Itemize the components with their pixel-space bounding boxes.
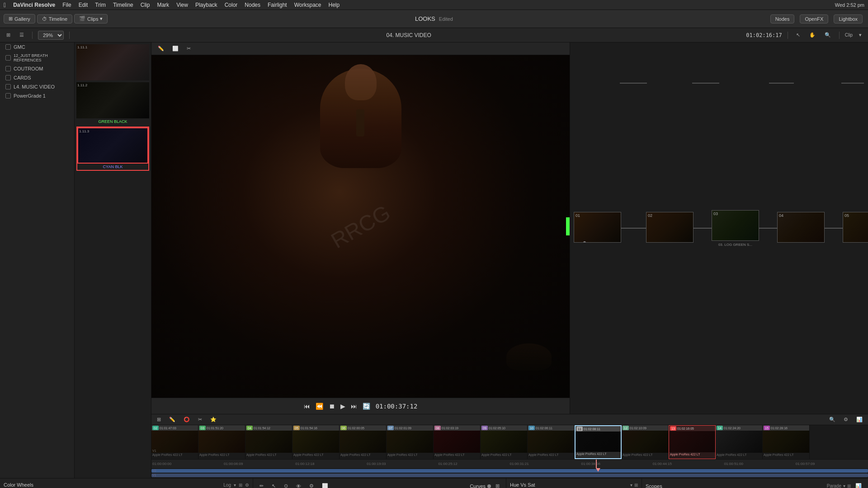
node-01[interactable]: 01: [574, 212, 621, 244]
node-04[interactable]: 04: [777, 212, 825, 244]
menu-nodes[interactable]: Nodes: [245, 2, 260, 8]
loop-btn[interactable]: 🔄: [363, 403, 370, 410]
toolbar-grid-btn[interactable]: ⊞: [4, 31, 13, 39]
tl-tool-2[interactable]: ✏️: [166, 416, 178, 423]
preview-rect-btn[interactable]: ⬜: [170, 45, 181, 52]
sidebar-item-coutroom[interactable]: COUTROOM: [0, 64, 74, 73]
timeline-clip-14[interactable]: 14 01:02:24:20 Apple ProRes 422 LT: [716, 425, 763, 459]
timeline-btn[interactable]: ⏱ Timeline: [37, 14, 72, 23]
timeline-clip-09[interactable]: 09 01:02:05:10 Apple ProRes 422 LT: [481, 425, 528, 459]
timeline-clip-04[interactable]: 04 01:01:54:12 Apple ProRes 422 LT: [245, 425, 292, 459]
nodes-btn[interactable]: Nodes: [770, 14, 795, 23]
timeline-clip-08[interactable]: 08 01:02:03:19 Apple ProRes 422 LT: [434, 425, 481, 459]
goto-end-btn[interactable]: ⏭: [351, 403, 357, 410]
tl-zoom-out[interactable]: 🔍: [826, 416, 838, 423]
hue-sat-dropdown-btn[interactable]: ▾: [630, 483, 632, 488]
log-mode-btn[interactable]: Log: [223, 483, 231, 488]
media-thumb-2[interactable]: 1.11.2 GREEN BLACK: [76, 82, 149, 125]
parade-mode-btn[interactable]: Parade: [827, 483, 841, 488]
node-01-out-connector[interactable]: [583, 241, 586, 243]
sidebar-checkbox-gmc[interactable]: [5, 44, 11, 50]
sidebar-item-music-video[interactable]: L4. MUSIC VIDEO: [0, 82, 74, 91]
menu-mark[interactable]: Mark: [157, 2, 169, 8]
timeline-clip-03[interactable]: 03 01:01:51:20 Apple ProRes 422 LT: [198, 425, 245, 459]
tl-tool-1[interactable]: ⊞: [154, 416, 164, 423]
menu-timeline[interactable]: Timeline: [113, 2, 133, 8]
menu-file[interactable]: File: [62, 2, 71, 8]
clip-15-timecode: 01:02:28:16: [771, 427, 788, 430]
timeline-clip-06[interactable]: 06 01:02:00:05 Apple ProRes 422 LT: [340, 425, 387, 459]
timeline-clip-11[interactable]: 11 01:02:08:11 Apple ProRes 422 LT: [575, 425, 622, 459]
timeline-clip-10[interactable]: 10 01:02:06:11 Apple ProRes 422 LT: [528, 425, 575, 459]
node-03[interactable]: 03 03. LOG GREEN S...: [712, 210, 759, 247]
media-thumb-3[interactable]: 1.11.3 CYAN BLK: [76, 127, 149, 171]
sidebar-item-gmc[interactable]: GMC: [0, 42, 74, 52]
menu-playback[interactable]: Playback: [195, 2, 217, 8]
timeline-clip-13[interactable]: 13 01:02:16:05 Apple ProRes 422 LT: [669, 425, 716, 459]
menu-fairlight[interactable]: Fairlight: [268, 2, 287, 8]
curve-circle-btn[interactable]: ⊙: [281, 482, 291, 488]
node-05[interactable]: 05: [843, 212, 868, 244]
tl-tool-4[interactable]: ✂: [195, 416, 205, 423]
menu-edit[interactable]: Edit: [79, 2, 88, 8]
curve-eye-btn[interactable]: 👁: [293, 483, 304, 488]
toolbar-hand-btn[interactable]: ✋: [807, 31, 818, 39]
scopes-dropdown[interactable]: ▾: [843, 483, 845, 488]
sidebar-checkbox-references[interactable]: [5, 55, 11, 61]
timeline-clip-15[interactable]: 15 01:02:28:16 Apple ProRes 422 LT: [763, 425, 810, 459]
scopes-settings[interactable]: 📊: [853, 482, 864, 488]
hue-sat-expand[interactable]: ⊞: [634, 483, 638, 488]
stop-btn[interactable]: ⏹: [329, 403, 335, 410]
tl-settings[interactable]: ⚙: [841, 416, 851, 423]
toolbar-more-btn[interactable]: ▾: [856, 31, 864, 39]
apple-menu[interactable]: : [4, 1, 6, 9]
preview-edit-btn[interactable]: ✏️: [155, 45, 167, 52]
lightbox-btn[interactable]: Lightbox: [834, 14, 863, 23]
tl-tool-3[interactable]: ⭕: [181, 416, 193, 423]
sidebar-checkbox-cards[interactable]: [5, 75, 11, 80]
media-thumb-1[interactable]: 1.11.1: [76, 44, 149, 80]
clips-btn[interactable]: 🎬 Clips ▾: [74, 14, 108, 23]
log-dropdown[interactable]: ▾: [234, 483, 236, 488]
curves-expand[interactable]: ⊞: [493, 482, 502, 488]
curve-pointer-btn[interactable]: ↖: [269, 482, 278, 488]
timeline-clip-12[interactable]: 12 01:02:10:09 Apple ProRes 422 LT: [622, 425, 669, 459]
sidebar-item-cards[interactable]: CARDS: [0, 73, 74, 82]
tl-tool-5[interactable]: ⭐: [208, 416, 219, 423]
sidebar-checkbox-coutroom[interactable]: [5, 66, 11, 71]
prev-frame-btn[interactable]: ⏪: [316, 403, 323, 410]
timeline-clip-02[interactable]: 02 01:01:47:03 V1 Apple ProRes 422 LT: [151, 425, 198, 459]
sidebar-checkbox-powergrade[interactable]: [5, 93, 11, 99]
toolbar-select-btn[interactable]: ↖: [793, 31, 803, 39]
curve-reset-btn[interactable]: ⬜: [319, 482, 331, 488]
gallery-btn[interactable]: ⊞ Gallery: [4, 14, 35, 23]
timeline-track[interactable]: V2 V1: [151, 468, 868, 478]
sidebar-checkbox-music-video[interactable]: [5, 84, 11, 89]
goto-start-btn[interactable]: ⏮: [304, 403, 310, 410]
zoom-select[interactable]: 29%: [38, 31, 64, 40]
openfx-btn[interactable]: OpenFX: [800, 14, 828, 23]
timeline-clip-05[interactable]: 05 01:01:54:16 Apple ProRes 422 LT: [292, 425, 340, 459]
scopes-expand[interactable]: ⊞: [847, 483, 851, 488]
wheel-settings[interactable]: ⚙: [245, 483, 249, 488]
clip-09-num: 09: [481, 426, 488, 430]
menu-view[interactable]: View: [176, 2, 188, 8]
sidebar-item-references[interactable]: 12_JUST BREATH REFERENCES: [0, 52, 74, 64]
curve-edit-btn[interactable]: ✏: [257, 482, 266, 488]
tl-bars[interactable]: 📊: [854, 416, 865, 423]
curve-settings-btn[interactable]: ⚙: [307, 482, 316, 488]
preview-crop-btn[interactable]: ✂: [184, 45, 193, 52]
toolbar-zoom-btn[interactable]: 🔍: [822, 31, 834, 39]
menu-workspace[interactable]: Workspace: [294, 2, 321, 8]
menu-clip[interactable]: Clip: [141, 2, 150, 8]
toolbar-list-btn[interactable]: ☰: [17, 31, 27, 39]
sidebar-item-powergrade[interactable]: PowerGrade 1: [0, 91, 74, 100]
app-menu-davinci[interactable]: DaVinci Resolve: [13, 2, 55, 8]
play-btn[interactable]: ▶: [340, 403, 345, 410]
node-02[interactable]: 02: [646, 212, 693, 244]
wheel-expand[interactable]: ⊞: [239, 483, 242, 488]
timeline-clip-07[interactable]: 07 01:02:01:09 Apple ProRes 422 LT: [387, 425, 434, 459]
menu-trim[interactable]: Trim: [95, 2, 106, 8]
menu-help[interactable]: Help: [329, 2, 340, 8]
menu-color[interactable]: Color: [225, 2, 238, 8]
